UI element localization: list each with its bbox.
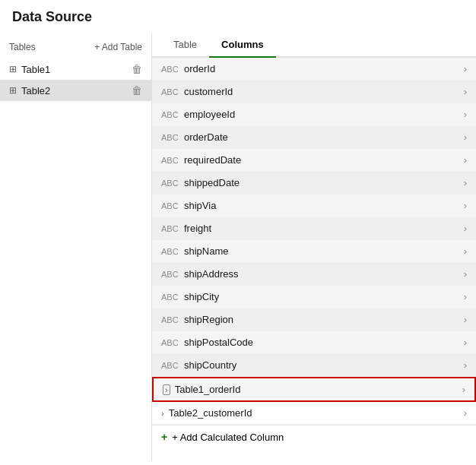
delete-table2-button[interactable]: 🗑: [132, 84, 142, 96]
column-name-shipCity: shipCity: [184, 291, 219, 302]
chevron-right-icon: ›: [464, 177, 467, 188]
abc-label: ABC: [161, 315, 179, 324]
abc-label: ABC: [161, 224, 179, 233]
abc-label: ABC: [161, 247, 179, 256]
tab-columns[interactable]: Columns: [209, 33, 276, 56]
columns-list: ABC orderId › ABC customerId › ABC emplo…: [152, 58, 476, 461]
column-row-shipRegion[interactable]: ABC shipRegion ›: [152, 308, 476, 331]
abc-label: ABC: [161, 270, 179, 279]
column-name-orderDate: orderDate: [184, 131, 228, 143]
chevron-right-icon: ›: [462, 384, 465, 395]
chevron-right-icon: ›: [464, 314, 467, 325]
column-name-customerId: customerId: [184, 86, 233, 97]
add-table-button[interactable]: + Add Table: [94, 42, 142, 52]
column-name-requiredDate: requiredDate: [184, 154, 241, 166]
page-title: Data Source: [0, 0, 476, 33]
column-row-orderId[interactable]: ABC orderId ›: [152, 58, 476, 81]
column-name-shippedDate: shippedDate: [184, 177, 240, 188]
column-name-employeeId: employeeId: [184, 109, 235, 120]
column-row-freight[interactable]: ABC freight ›: [152, 217, 476, 240]
table1-label: Table1: [21, 64, 50, 75]
column-row-shipCountry[interactable]: ABC shipCountry ›: [152, 354, 476, 377]
column-name-shipAddress: shipAddress: [184, 268, 239, 280]
column-name-shipName: shipName: [184, 245, 229, 257]
left-panel: Tables + Add Table ⊞ Table1 🗑 ⊞ Table2 🗑: [0, 33, 152, 461]
column-row-shipVia[interactable]: ABC shipVia ›: [152, 195, 476, 217]
chevron-right-icon: ›: [464, 291, 467, 302]
column-row-shippedDate[interactable]: ABC shippedDate ›: [152, 172, 476, 195]
column-row-shipPostalCode[interactable]: ABC shipPostalCode ›: [152, 331, 476, 354]
chevron-expand-icon: ›: [161, 409, 164, 418]
abc-label: ABC: [161, 110, 179, 119]
column-row-Table2-customerId[interactable]: › Table2_customerId ›: [152, 402, 476, 425]
table1-left: ⊞ Table1: [9, 64, 50, 75]
column-row-Table1-orderId[interactable]: › Table1_orderId ›: [152, 377, 476, 402]
chevron-right-icon: ›: [464, 63, 467, 74]
column-row-orderDate[interactable]: ABC orderDate ›: [152, 126, 476, 149]
tabs-row: Table Columns: [152, 33, 476, 58]
plus-icon: +: [161, 431, 167, 443]
column-row-shipCity[interactable]: ABC shipCity ›: [152, 286, 476, 308]
column-name-freight: freight: [184, 223, 211, 234]
chevron-right-icon: ›: [464, 337, 467, 348]
chevron-right-icon: ›: [464, 359, 467, 371]
column-name-shipPostalCode: shipPostalCode: [184, 337, 253, 348]
column-row-shipAddress[interactable]: ABC shipAddress ›: [152, 263, 476, 286]
table2-left: ⊞ Table2: [9, 85, 50, 96]
abc-label: ABC: [161, 179, 179, 188]
chevron-right-icon: ›: [464, 86, 467, 97]
abc-label: ABC: [161, 201, 179, 210]
abc-label: ABC: [161, 87, 179, 96]
column-name-Table2-customerId: Table2_customerId: [169, 407, 252, 419]
delete-table1-button[interactable]: 🗑: [132, 63, 142, 75]
column-row-requiredDate[interactable]: ABC requiredDate ›: [152, 149, 476, 172]
chevron-right-icon: ›: [464, 268, 467, 280]
abc-label: ABC: [161, 361, 179, 370]
add-calculated-label: + Add Calculated Column: [172, 432, 284, 443]
add-calculated-column-button[interactable]: + + Add Calculated Column: [152, 425, 476, 448]
chevron-right-icon: ›: [464, 223, 467, 234]
abc-label: ABC: [161, 293, 179, 302]
column-name-Table1-orderId: Table1_orderId: [175, 384, 241, 395]
column-row-customerId[interactable]: ABC customerId ›: [152, 81, 476, 103]
chevron-right-icon: ›: [464, 154, 467, 166]
chevron-right-icon: ›: [464, 200, 467, 211]
column-name-orderId: orderId: [184, 63, 215, 74]
sidebar-item-table1[interactable]: ⊞ Table1 🗑: [0, 59, 151, 80]
table2-label: Table2: [21, 85, 50, 96]
column-row-shipName[interactable]: ABC shipName ›: [152, 240, 476, 263]
abc-label: ABC: [161, 338, 179, 347]
column-name-shipCountry: shipCountry: [184, 359, 236, 371]
column-name-shipVia: shipVia: [184, 200, 216, 211]
column-name-shipRegion: shipRegion: [184, 314, 233, 325]
chevron-right-icon: ›: [464, 131, 467, 143]
chevron-right-icon: ›: [464, 109, 467, 120]
tables-header: Tables + Add Table: [0, 39, 151, 59]
chevron-right-icon: ›: [464, 245, 467, 257]
tables-label: Tables: [9, 42, 36, 52]
table-icon: ⊞: [9, 64, 17, 74]
abc-label: ABC: [161, 65, 179, 74]
column-row-employeeId[interactable]: ABC employeeId ›: [152, 103, 476, 126]
abc-label: ABC: [161, 156, 179, 165]
right-panel: Table Columns ABC orderId › ABC customer…: [152, 33, 476, 461]
abc-label: ABC: [161, 133, 179, 142]
chevron-right-icon: ›: [464, 407, 467, 419]
tab-table[interactable]: Table: [161, 33, 209, 56]
sidebar-item-table2[interactable]: ⊞ Table2 🗑: [0, 80, 151, 101]
table2-icon: ⊞: [9, 85, 17, 96]
chevron-expand-icon: ›: [163, 384, 170, 395]
